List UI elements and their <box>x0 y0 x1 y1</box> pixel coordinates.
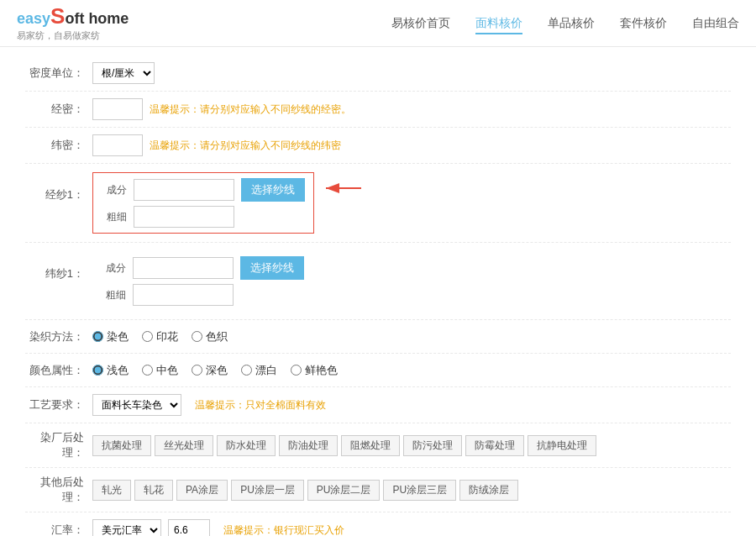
color-medium-radio[interactable] <box>142 365 153 376</box>
weaving-color-radio[interactable] <box>192 331 202 342</box>
jingsha1-select-btn[interactable]: 选择纱线 <box>241 178 305 202</box>
header: easy S oft home 易家纺，自易做家纺 易核价首页 面料核价 单品核… <box>0 0 756 47</box>
warp-content: 温馨提示：请分别对应输入不同纱线的经密。 <box>92 98 731 120</box>
tag-silk[interactable]: 丝光处理 <box>155 435 213 456</box>
color-dark-label: 深色 <box>206 363 228 378</box>
currency-type-select[interactable]: 美元汇率 欧元汇率 <box>92 519 161 536</box>
color-bleach[interactable]: 漂白 <box>241 363 277 378</box>
color-bright-label: 鲜艳色 <box>305 363 338 378</box>
logo-s: S <box>50 5 65 27</box>
weft-hint: 温馨提示：请分别对应输入不同纱线的纬密 <box>150 139 341 153</box>
jingsha1-cuxi-input[interactable] <box>134 206 234 228</box>
post-dyeing-row: 染厂后处理： 抗菌处理 丝光处理 防水处理 防油处理 阻燃处理 防污处理 防霉处… <box>25 423 731 468</box>
tag-antimicrobial[interactable]: 抗菌处理 <box>92 435 151 456</box>
post-dyeing-content: 抗菌处理 丝光处理 防水处理 防油处理 阻燃处理 防污处理 防霉处理 抗静电处理 <box>92 435 731 456</box>
tag-emboss[interactable]: 轧花 <box>134 480 173 501</box>
weaving-color[interactable]: 色织 <box>192 329 228 344</box>
weaving-printing-label: 印花 <box>156 329 178 344</box>
color-bleach-label: 漂白 <box>255 363 277 378</box>
other-post-content: 轧光 轧花 PA涂层 PU涂层一层 PU涂层二层 PU涂层三层 防绒涂层 <box>92 480 731 501</box>
nav-item-fabric[interactable]: 面料核价 <box>475 13 522 34</box>
color-bright-radio[interactable] <box>291 365 302 376</box>
nav-item-home[interactable]: 易核价首页 <box>391 13 450 34</box>
weisha1-cuxi-input[interactable] <box>133 284 234 306</box>
warp-input[interactable] <box>92 98 143 120</box>
tag-calender[interactable]: 轧光 <box>92 480 131 501</box>
logo-name: oft home <box>65 10 129 28</box>
weisha1-chengfen-label: 成分 <box>101 261 126 276</box>
tag-antimold[interactable]: 防霉处理 <box>465 435 524 456</box>
jingsha1-chengfen-row: 成分 选择纱线 <box>102 178 305 202</box>
weft-input[interactable] <box>92 134 143 156</box>
weisha1-chengfen-input[interactable] <box>133 257 234 279</box>
jingsha1-row: 经纱1： 成分 选择纱线 粗细 <box>25 164 731 243</box>
currency-label: 汇率： <box>25 523 92 536</box>
tag-downproof[interactable]: 防绒涂层 <box>459 480 518 501</box>
jingsha1-content: 成分 选择纱线 粗细 <box>92 172 731 234</box>
weft-label: 纬密： <box>25 138 92 153</box>
jingsha1-cuxi-label: 粗细 <box>102 210 127 224</box>
weaving-label: 染织方法： <box>25 329 92 344</box>
weaving-row: 染织方法： 染色 印花 色织 <box>25 320 731 354</box>
weisha1-label: 纬纱1： <box>25 251 92 281</box>
density-select[interactable]: 根/厘米 根/英寸 <box>92 62 155 84</box>
color-row: 颜色属性： 浅色 中色 深色 漂白 鲜艳色 <box>25 354 731 387</box>
color-dark-radio[interactable] <box>192 365 202 376</box>
color-dark[interactable]: 深色 <box>192 363 228 378</box>
color-label: 颜色属性： <box>25 363 92 378</box>
color-light-radio[interactable] <box>92 365 103 376</box>
weisha1-chengfen-row: 成分 选择纱线 <box>101 256 304 280</box>
tag-pu2[interactable]: PU涂层二层 <box>307 480 381 501</box>
weisha1-row: 纬纱1： 成分 选择纱线 粗细 <box>25 243 731 320</box>
tag-flameretard[interactable]: 阻燃处理 <box>341 435 400 456</box>
weaving-content: 染色 印花 色织 <box>92 329 731 344</box>
color-medium[interactable]: 中色 <box>142 363 178 378</box>
weaving-printing-radio[interactable] <box>142 331 153 342</box>
color-bright[interactable]: 鲜艳色 <box>291 363 338 378</box>
jingsha1-chengfen-label: 成分 <box>102 183 127 197</box>
other-post-row: 其他后处理： 轧光 轧花 PA涂层 PU涂层一层 PU涂层二层 PU涂层三层 防… <box>25 468 731 512</box>
weisha1-select-btn[interactable]: 选择纱线 <box>240 256 304 280</box>
jingsha1-chengfen-input[interactable] <box>134 179 234 201</box>
weisha1-box: 成分 选择纱线 粗细 <box>92 251 312 311</box>
tag-antifoul[interactable]: 防污处理 <box>403 435 462 456</box>
tag-oilproof[interactable]: 防油处理 <box>279 435 338 456</box>
tag-pu3[interactable]: PU涂层三层 <box>383 480 456 501</box>
tag-antistatic[interactable]: 抗静电处理 <box>528 435 596 456</box>
weisha1-cuxi-label: 粗细 <box>101 288 126 302</box>
color-light-label: 浅色 <box>107 363 129 378</box>
main-content: 密度单位： 根/厘米 根/英寸 经密： 温馨提示：请分别对应输入不同纱线的经密。… <box>0 47 756 536</box>
currency-value-input[interactable] <box>168 519 210 536</box>
warp-hint: 温馨提示：请分别对应输入不同纱线的经密。 <box>150 102 351 117</box>
nav-item-suite[interactable]: 套件核价 <box>620 13 667 34</box>
jingsha1-cuxi-row: 粗细 <box>102 206 305 228</box>
tag-pa1[interactable]: PA涂层 <box>176 480 228 501</box>
jingsha1-label: 经纱1： <box>25 172 92 202</box>
color-light[interactable]: 浅色 <box>92 363 129 378</box>
post-dyeing-label: 染厂后处理： <box>25 430 92 460</box>
weaving-printing[interactable]: 印花 <box>142 329 178 344</box>
warp-row: 经密： 温馨提示：请分别对应输入不同纱线的经密。 <box>25 92 731 128</box>
logo: easy S oft home 易家纺，自易做家纺 <box>17 5 129 42</box>
jingsha1-box: 成分 选择纱线 粗细 <box>92 172 314 234</box>
tag-pu1[interactable]: PU涂层一层 <box>231 480 304 501</box>
weaving-dyeing[interactable]: 染色 <box>92 329 129 344</box>
process-select[interactable]: 面料长车染色 <box>92 394 181 416</box>
weaving-color-label: 色织 <box>206 329 228 344</box>
nav-item-single[interactable]: 单品核价 <box>548 13 595 34</box>
weft-content: 温馨提示：请分别对应输入不同纱线的纬密 <box>92 134 731 156</box>
red-arrow <box>319 176 365 202</box>
color-medium-label: 中色 <box>156 363 178 378</box>
weaving-dyeing-radio[interactable] <box>92 331 103 342</box>
currency-content: 美元汇率 欧元汇率 温馨提示：银行现汇买入价 <box>92 519 731 536</box>
density-label: 密度单位： <box>25 66 92 81</box>
density-row: 密度单位： 根/厘米 根/英寸 <box>25 55 731 92</box>
color-bleach-radio[interactable] <box>241 365 252 376</box>
process-hint: 温馨提示：只对全棉面料有效 <box>195 398 326 413</box>
main-nav: 易核价首页 面料核价 单品核价 套件核价 自由组合 <box>391 13 739 34</box>
process-label: 工艺要求： <box>25 397 92 413</box>
currency-row: 汇率： 美元汇率 欧元汇率 温馨提示：银行现汇买入价 <box>25 512 731 536</box>
tag-waterproof[interactable]: 防水处理 <box>217 435 276 456</box>
nav-item-free[interactable]: 自由组合 <box>692 13 739 34</box>
weaving-dyeing-label: 染色 <box>107 329 129 344</box>
